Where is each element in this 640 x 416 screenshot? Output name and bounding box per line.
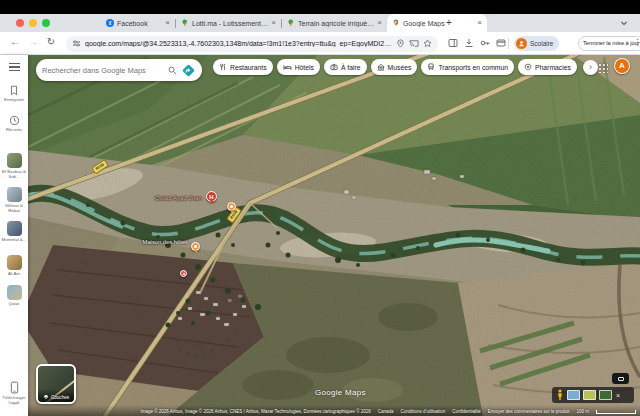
person-icon: [518, 40, 525, 47]
map-control-button[interactable]: [612, 373, 629, 384]
chip-pharmacies[interactable]: Pharmacies: [518, 59, 577, 75]
bookmark-icon: [9, 85, 19, 96]
close-tab-icon[interactable]: ×: [377, 20, 382, 26]
google-maps-watermark: Google Maps: [315, 388, 366, 397]
reload-button[interactable]: ↻: [44, 36, 58, 47]
back-button[interactable]: ←: [8, 36, 22, 47]
guesthouse-label[interactable]: Maison des hôtes: [120, 239, 188, 245]
chrome-menu-icon[interactable]: ⋮: [633, 37, 640, 47]
payment-card-icon[interactable]: [496, 38, 506, 48]
chevron-down-icon[interactable]: [620, 19, 628, 27]
tab-terrain[interactable]: Terrain agricole irrigué - Fè ×: [282, 14, 387, 32]
url-text: google.com/maps/@34.2523313,-4.7602303,1…: [85, 40, 392, 47]
account-avatar[interactable]: A: [614, 58, 630, 74]
pharmacy-cross-icon: [524, 63, 532, 71]
site-favicon-icon: [287, 19, 295, 27]
site-favicon-icon: [181, 19, 189, 27]
clock-icon: [9, 115, 20, 126]
place-thumbnail: [7, 285, 22, 300]
place-thumbnail: [7, 187, 22, 202]
pegman-icon[interactable]: [556, 389, 564, 401]
museum-icon: [377, 63, 385, 71]
new-tab-button[interactable]: +: [443, 17, 455, 29]
privacy-link[interactable]: Confidentialité: [452, 409, 481, 414]
satellite-imagery[interactable]: [28, 55, 640, 416]
sidebar-item-place[interactable]: El Bsabsa & Sidi...: [0, 153, 28, 180]
chip-transit[interactable]: Transports en commun: [421, 59, 514, 75]
chip-restaurants[interactable]: Restaurants: [213, 59, 273, 75]
hotel-pin[interactable]: H: [206, 191, 217, 202]
poi-pin-small[interactable]: [180, 270, 187, 277]
tab-facebook[interactable]: f Facebook ×: [101, 14, 175, 32]
scale-label: 100 m: [576, 409, 589, 414]
pin-tail: [230, 210, 234, 213]
tab-title: Google Maps: [403, 20, 474, 27]
minimize-window-button[interactable]: [29, 19, 37, 27]
main-menu-button[interactable]: [0, 63, 28, 71]
train-icon: [427, 63, 435, 71]
terms-link[interactable]: Conditions d'utilisation: [401, 409, 446, 414]
imagery-credits: Image © 2026 Airbus, Image © 2026 Airbus…: [141, 409, 371, 414]
forward-button[interactable]: →: [26, 36, 40, 47]
restaurant-pin[interactable]: [227, 202, 236, 211]
bed-icon: [283, 63, 292, 71]
tab-title: Facebook: [117, 20, 162, 27]
address-bar[interactable]: google.com/maps/@34.2523313,-4.7602303,1…: [66, 36, 438, 52]
place-thumbnail: [7, 255, 22, 270]
zoom-window-button[interactable]: [42, 19, 50, 27]
google-maps-favicon-icon: [392, 19, 400, 27]
layers-button[interactable]: Couches: [36, 364, 76, 404]
close-tab-icon[interactable]: ×: [165, 20, 170, 26]
close-window-button[interactable]: [16, 19, 24, 27]
place-thumbnail: [7, 221, 22, 236]
close-tab-icon[interactable]: ×: [271, 20, 276, 26]
guesthouse-pin[interactable]: [191, 242, 200, 251]
password-key-icon[interactable]: [480, 38, 490, 48]
imagery-carousel: ×: [552, 387, 634, 403]
location-pin-icon[interactable]: [396, 39, 405, 48]
side-panel-icon[interactable]: [448, 38, 458, 48]
sidebar-item-place[interactable]: Montréal &...: [0, 221, 28, 248]
pin-tail: [210, 201, 214, 204]
imagery-thumbnail[interactable]: [583, 390, 596, 400]
profile-avatar: [516, 38, 527, 49]
sidebar-item-get-app[interactable]: Télécharger l'appli: [0, 381, 28, 406]
browser-window: f Facebook × Lotti.ma - Lotissements & T…: [0, 0, 640, 416]
imagery-thumbnail[interactable]: [599, 390, 612, 400]
imagery-thumbnail[interactable]: [567, 390, 580, 400]
close-carousel-icon[interactable]: ×: [616, 392, 620, 399]
search-icon[interactable]: [168, 66, 177, 75]
download-icon[interactable]: [464, 38, 474, 48]
sidebar-item-place[interactable]: Qatar: [0, 285, 28, 306]
finish-update-button[interactable]: Terminer la mise à jour: [578, 36, 640, 51]
country-label[interactable]: Canada: [378, 409, 394, 414]
sidebar-item-saved[interactable]: Enregistré: [0, 85, 28, 102]
search-input[interactable]: [42, 66, 164, 75]
profile-chip[interactable]: Scolaire: [514, 36, 559, 51]
google-apps-icon[interactable]: [599, 64, 609, 74]
sidebar-item-recents[interactable]: Récents: [0, 115, 28, 132]
chip-hotels[interactable]: Hôtels: [277, 59, 320, 75]
tab-lotti[interactable]: Lotti.ma - Lotissements & Te ×: [176, 14, 281, 32]
tune-icon[interactable]: [72, 39, 81, 48]
tab-google-maps-active[interactable]: Google Maps ×: [387, 14, 487, 32]
chips-overflow-button[interactable]: ›: [583, 60, 598, 75]
hamburger-icon: [9, 63, 20, 71]
toolbar-divider: [508, 38, 509, 49]
chip-things-to-do[interactable]: À faire: [324, 59, 367, 75]
cast-icon[interactable]: [409, 39, 419, 48]
facebook-favicon-icon: f: [106, 19, 114, 27]
close-tab-icon[interactable]: ×: [477, 20, 482, 26]
tab-strip: f Facebook × Lotti.ma - Lotissements & T…: [0, 14, 640, 32]
bookmark-star-icon[interactable]: [423, 39, 432, 48]
scale-bar: [596, 410, 636, 414]
chip-museums[interactable]: Musées: [371, 59, 418, 75]
maps-search-bar[interactable]: [36, 59, 202, 81]
sidebar-item-place[interactable]: Skhirat & Rabat: [0, 187, 28, 214]
hotel-label[interactable]: Oulad Ayad Jnan: [128, 194, 202, 201]
layers-icon: [43, 394, 49, 400]
directions-icon[interactable]: [181, 63, 196, 78]
sidebar-item-place[interactable]: Al-Aïn: [0, 255, 28, 276]
layers-label: Couches: [51, 395, 69, 400]
feedback-link[interactable]: Envoyer des commentaires sur le produit: [488, 409, 570, 414]
